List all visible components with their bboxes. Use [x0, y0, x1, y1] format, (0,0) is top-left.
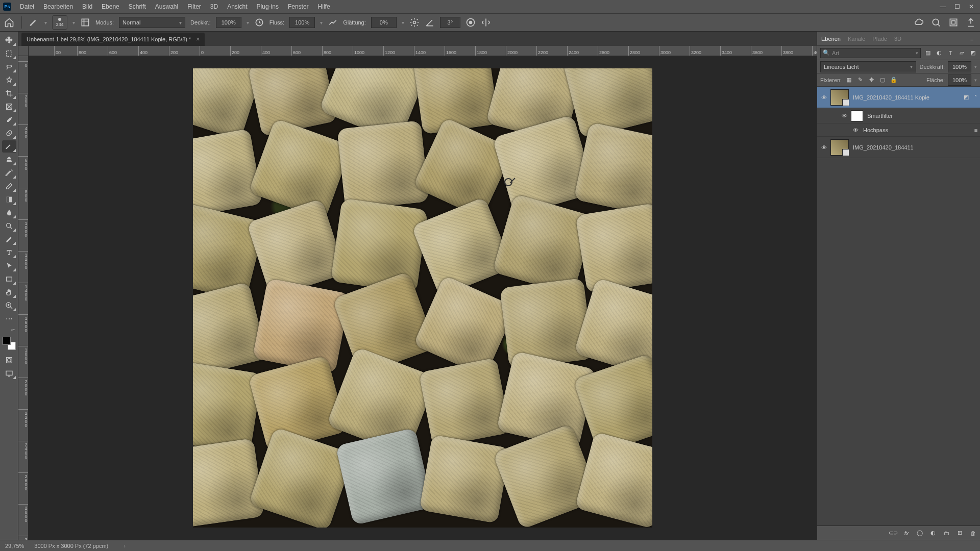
menu-auswahl[interactable]: Auswahl: [151, 1, 183, 12]
symmetry-icon[interactable]: [481, 17, 491, 28]
swap-colors-icon[interactable]: ⤺: [2, 326, 16, 333]
menu-bearbeiten[interactable]: Bearbeiten: [39, 1, 78, 12]
layer-filter-select[interactable]: 🔍 Art ▾: [820, 48, 921, 58]
rectangle-tool[interactable]: [2, 273, 16, 285]
healing-tool[interactable]: [2, 127, 16, 139]
layer-name[interactable]: IMG_20210420_184411: [853, 144, 980, 151]
layer-thumbnail[interactable]: [830, 139, 849, 156]
lasso-tool[interactable]: [2, 61, 16, 73]
color-swatches[interactable]: [3, 337, 16, 350]
type-tool[interactable]: [2, 246, 16, 259]
zoom-tool[interactable]: [2, 299, 16, 312]
lock-all-icon[interactable]: 🔒: [890, 76, 898, 84]
screen-mode-icon[interactable]: [2, 367, 16, 380]
layer-row[interactable]: 👁 IMG_20210420_184411 Kopie ◩ ˄: [817, 87, 980, 108]
adjustment-layer-icon[interactable]: ◐: [929, 529, 937, 537]
home-icon[interactable]: [4, 17, 14, 28]
filter-smart-icon[interactable]: ◩: [969, 49, 977, 57]
dropdown-icon[interactable]: ▾: [72, 20, 75, 26]
ruler-origin[interactable]: [18, 46, 29, 56]
menu-plug-ins[interactable]: Plug-ins: [252, 1, 283, 12]
horizontal-ruler[interactable]: 0080060040020002004006008001000120014001…: [29, 46, 817, 56]
new-layer-icon[interactable]: ⊞: [955, 529, 964, 537]
smoothing-field[interactable]: 0%: [371, 17, 397, 28]
add-mask-icon[interactable]: ◯: [916, 529, 924, 537]
dropdown-icon[interactable]: ▾: [320, 20, 323, 26]
layer-fx-icon[interactable]: fx: [902, 529, 911, 537]
panel-menu-icon[interactable]: ≡: [968, 35, 976, 43]
pen-tool[interactable]: [2, 233, 16, 245]
quick-select-tool[interactable]: [2, 74, 16, 86]
foreground-color[interactable]: [3, 337, 11, 345]
edit-toolbar[interactable]: ⋯: [2, 313, 16, 325]
workspace-icon[interactable]: [948, 17, 959, 28]
dodge-tool[interactable]: [2, 220, 16, 232]
smoothing-options-icon[interactable]: [409, 17, 420, 28]
tab-layers[interactable]: Ebenen: [821, 33, 841, 45]
frame-tool[interactable]: [2, 101, 16, 113]
blend-mode-select[interactable]: Normal: [119, 17, 185, 28]
pressure-size-icon[interactable]: [465, 17, 476, 28]
filter-type-icon[interactable]: T: [946, 49, 954, 57]
move-tool[interactable]: [2, 34, 16, 46]
filter-name[interactable]: Hochpass: [863, 127, 972, 133]
document-tab[interactable]: Unbenannt-1 bei 29,8% (IMG_20210420_1844…: [21, 33, 205, 46]
menu-schrift[interactable]: Schrift: [124, 1, 151, 12]
layer-name[interactable]: IMG_20210420_184411 Kopie: [853, 94, 962, 101]
cloud-icon[interactable]: [914, 17, 924, 28]
tab-3d[interactable]: 3D: [894, 33, 901, 45]
hand-tool[interactable]: [2, 286, 16, 298]
visibility-toggle[interactable]: 👁: [838, 113, 851, 119]
menu-hilfe[interactable]: Hilfe: [313, 1, 335, 12]
flow-field[interactable]: 100%: [289, 17, 315, 28]
path-select-tool[interactable]: [2, 260, 16, 272]
layer-thumbnail[interactable]: [830, 89, 849, 106]
brush-panel-icon[interactable]: [80, 17, 90, 28]
menu-ansicht[interactable]: Ansicht: [223, 1, 252, 12]
minimize-button[interactable]: —: [939, 3, 946, 10]
link-layers-icon[interactable]: ⊂⊃: [889, 529, 897, 537]
gradient-tool[interactable]: [2, 193, 16, 206]
angle-field[interactable]: 3°: [440, 17, 460, 28]
close-button[interactable]: ✕: [968, 3, 975, 10]
filter-options-icon[interactable]: ≡: [972, 126, 980, 134]
fill-field[interactable]: 100%: [948, 74, 971, 86]
dropdown-icon[interactable]: ▾: [402, 20, 404, 26]
filter-adjust-icon[interactable]: ◐: [935, 49, 943, 57]
menu-fenster[interactable]: Fenster: [283, 1, 313, 12]
pressure-opacity-icon[interactable]: [254, 17, 264, 28]
layer-blend-mode[interactable]: Lineares Licht: [820, 61, 916, 72]
menu-datei[interactable]: Datei: [15, 1, 39, 12]
vertical-ruler[interactable]: 0200400600800100012001400160018002000220…: [18, 56, 29, 540]
eraser-tool[interactable]: [2, 180, 16, 192]
brush-tool-icon[interactable]: [29, 17, 39, 28]
new-group-icon[interactable]: 🗀: [942, 529, 950, 537]
visibility-toggle[interactable]: 👁: [853, 127, 863, 133]
lock-brush-icon[interactable]: ✎: [856, 76, 864, 84]
filter-image-icon[interactable]: ▨: [924, 49, 932, 57]
filter-shape-icon[interactable]: ▱: [958, 49, 966, 57]
brush-preset[interactable]: 334: [52, 15, 67, 30]
menu-bild[interactable]: Bild: [78, 1, 97, 12]
status-more-icon[interactable]: ›: [124, 543, 126, 549]
marquee-tool[interactable]: [2, 47, 16, 60]
crop-tool[interactable]: [2, 87, 16, 99]
close-tab-icon[interactable]: ×: [196, 36, 200, 43]
brush-tool[interactable]: [2, 140, 16, 153]
canvas[interactable]: [29, 56, 817, 540]
airbrush-icon[interactable]: [328, 17, 338, 28]
dropdown-icon[interactable]: ▾: [44, 20, 47, 26]
lock-position-icon[interactable]: ✥: [867, 76, 875, 84]
menu-ebene[interactable]: Ebene: [97, 1, 124, 12]
search-icon[interactable]: [931, 17, 941, 28]
visibility-toggle[interactable]: 👁: [817, 94, 830, 101]
blur-tool[interactable]: [2, 207, 16, 219]
layer-row[interactable]: 👁 IMG_20210420_184411: [817, 137, 980, 158]
menu-3d[interactable]: 3D: [206, 1, 223, 12]
filter-mask-thumbnail[interactable]: [851, 110, 863, 121]
history-brush-tool[interactable]: [2, 167, 16, 179]
layer-opacity-field[interactable]: 100%: [948, 61, 971, 72]
lock-pixels-icon[interactable]: ▦: [845, 76, 853, 84]
menu-filter[interactable]: Filter: [183, 1, 206, 12]
quick-mask-icon[interactable]: [2, 354, 16, 366]
